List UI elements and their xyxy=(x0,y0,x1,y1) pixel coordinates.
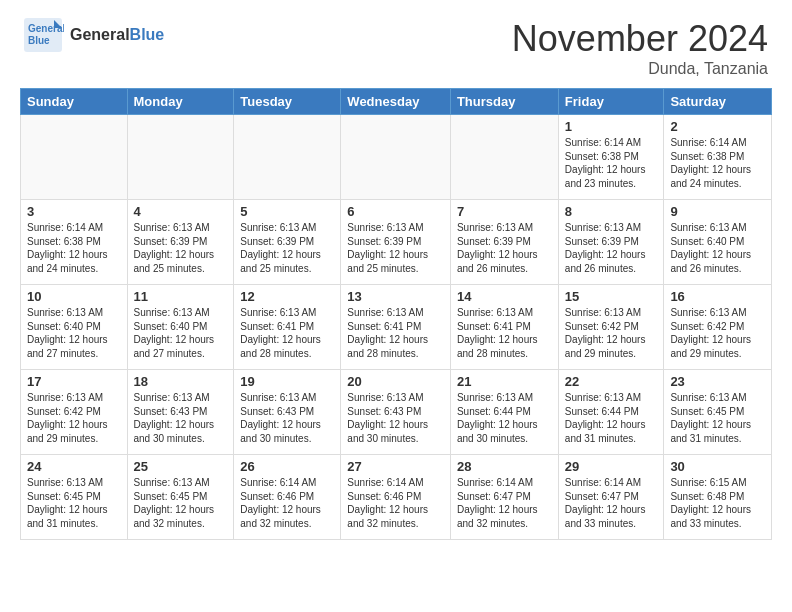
calendar-cell-22: 22Sunrise: 6:13 AMSunset: 6:44 PMDayligh… xyxy=(558,370,664,455)
calendar-cell-19: 19Sunrise: 6:13 AMSunset: 6:43 PMDayligh… xyxy=(234,370,341,455)
calendar-cell-1: 1Sunrise: 6:14 AMSunset: 6:38 PMDaylight… xyxy=(558,115,664,200)
day-info: Sunrise: 6:13 AMSunset: 6:43 PMDaylight:… xyxy=(347,391,444,445)
day-number: 4 xyxy=(134,204,228,219)
calendar-cell-15: 15Sunrise: 6:13 AMSunset: 6:42 PMDayligh… xyxy=(558,285,664,370)
day-info: Sunrise: 6:13 AMSunset: 6:39 PMDaylight:… xyxy=(240,221,334,275)
day-info: Sunrise: 6:13 AMSunset: 6:40 PMDaylight:… xyxy=(27,306,121,360)
day-number: 2 xyxy=(670,119,765,134)
calendar-cell-25: 25Sunrise: 6:13 AMSunset: 6:45 PMDayligh… xyxy=(127,455,234,540)
day-info: Sunrise: 6:13 AMSunset: 6:39 PMDaylight:… xyxy=(134,221,228,275)
calendar-cell-2: 2Sunrise: 6:14 AMSunset: 6:38 PMDaylight… xyxy=(664,115,772,200)
day-info: Sunrise: 6:14 AMSunset: 6:38 PMDaylight:… xyxy=(27,221,121,275)
day-info: Sunrise: 6:13 AMSunset: 6:44 PMDaylight:… xyxy=(457,391,552,445)
day-number: 18 xyxy=(134,374,228,389)
day-info: Sunrise: 6:14 AMSunset: 6:47 PMDaylight:… xyxy=(565,476,658,530)
day-number: 19 xyxy=(240,374,334,389)
calendar-cell-28: 28Sunrise: 6:14 AMSunset: 6:47 PMDayligh… xyxy=(450,455,558,540)
day-number: 24 xyxy=(27,459,121,474)
calendar-week-3: 17Sunrise: 6:13 AMSunset: 6:42 PMDayligh… xyxy=(21,370,772,455)
day-info: Sunrise: 6:13 AMSunset: 6:39 PMDaylight:… xyxy=(347,221,444,275)
day-number: 28 xyxy=(457,459,552,474)
day-info: Sunrise: 6:13 AMSunset: 6:40 PMDaylight:… xyxy=(134,306,228,360)
day-number: 14 xyxy=(457,289,552,304)
calendar-cell-9: 9Sunrise: 6:13 AMSunset: 6:40 PMDaylight… xyxy=(664,200,772,285)
logo-blue: Blue xyxy=(130,26,165,44)
header: General Blue General Blue November 2024 … xyxy=(0,0,792,88)
day-number: 22 xyxy=(565,374,658,389)
day-number: 29 xyxy=(565,459,658,474)
calendar-cell-5: 5Sunrise: 6:13 AMSunset: 6:39 PMDaylight… xyxy=(234,200,341,285)
day-info: Sunrise: 6:14 AMSunset: 6:46 PMDaylight:… xyxy=(347,476,444,530)
calendar-cell-23: 23Sunrise: 6:13 AMSunset: 6:45 PMDayligh… xyxy=(664,370,772,455)
day-header-thursday: Thursday xyxy=(450,89,558,115)
day-info: Sunrise: 6:13 AMSunset: 6:43 PMDaylight:… xyxy=(134,391,228,445)
day-header-wednesday: Wednesday xyxy=(341,89,451,115)
calendar-cell-26: 26Sunrise: 6:14 AMSunset: 6:46 PMDayligh… xyxy=(234,455,341,540)
day-info: Sunrise: 6:15 AMSunset: 6:48 PMDaylight:… xyxy=(670,476,765,530)
month-title: November 2024 xyxy=(512,18,768,60)
calendar-cell-11: 11Sunrise: 6:13 AMSunset: 6:40 PMDayligh… xyxy=(127,285,234,370)
calendar-cell-30: 30Sunrise: 6:15 AMSunset: 6:48 PMDayligh… xyxy=(664,455,772,540)
logo-general: General xyxy=(70,26,130,44)
calendar-cell-14: 14Sunrise: 6:13 AMSunset: 6:41 PMDayligh… xyxy=(450,285,558,370)
day-info: Sunrise: 6:13 AMSunset: 6:41 PMDaylight:… xyxy=(240,306,334,360)
day-number: 20 xyxy=(347,374,444,389)
day-header-tuesday: Tuesday xyxy=(234,89,341,115)
calendar-cell-empty xyxy=(127,115,234,200)
logo: General Blue General Blue xyxy=(24,18,164,52)
day-info: Sunrise: 6:14 AMSunset: 6:47 PMDaylight:… xyxy=(457,476,552,530)
day-number: 11 xyxy=(134,289,228,304)
calendar-cell-18: 18Sunrise: 6:13 AMSunset: 6:43 PMDayligh… xyxy=(127,370,234,455)
calendar-cell-10: 10Sunrise: 6:13 AMSunset: 6:40 PMDayligh… xyxy=(21,285,128,370)
calendar-cell-13: 13Sunrise: 6:13 AMSunset: 6:41 PMDayligh… xyxy=(341,285,451,370)
calendar-cell-21: 21Sunrise: 6:13 AMSunset: 6:44 PMDayligh… xyxy=(450,370,558,455)
logo-icon: General Blue xyxy=(24,18,64,52)
day-number: 5 xyxy=(240,204,334,219)
day-number: 10 xyxy=(27,289,121,304)
day-info: Sunrise: 6:13 AMSunset: 6:39 PMDaylight:… xyxy=(565,221,658,275)
day-info: Sunrise: 6:13 AMSunset: 6:44 PMDaylight:… xyxy=(565,391,658,445)
day-info: Sunrise: 6:13 AMSunset: 6:40 PMDaylight:… xyxy=(670,221,765,275)
day-number: 16 xyxy=(670,289,765,304)
day-number: 30 xyxy=(670,459,765,474)
day-header-monday: Monday xyxy=(127,89,234,115)
calendar-cell-12: 12Sunrise: 6:13 AMSunset: 6:41 PMDayligh… xyxy=(234,285,341,370)
day-number: 13 xyxy=(347,289,444,304)
calendar-cell-empty xyxy=(341,115,451,200)
day-info: Sunrise: 6:13 AMSunset: 6:41 PMDaylight:… xyxy=(347,306,444,360)
calendar-table: SundayMondayTuesdayWednesdayThursdayFrid… xyxy=(20,88,772,540)
location: Dunda, Tanzania xyxy=(512,60,768,78)
calendar-cell-empty xyxy=(21,115,128,200)
calendar-week-4: 24Sunrise: 6:13 AMSunset: 6:45 PMDayligh… xyxy=(21,455,772,540)
day-header-sunday: Sunday xyxy=(21,89,128,115)
calendar-week-0: 1Sunrise: 6:14 AMSunset: 6:38 PMDaylight… xyxy=(21,115,772,200)
calendar-cell-empty xyxy=(450,115,558,200)
calendar-cell-3: 3Sunrise: 6:14 AMSunset: 6:38 PMDaylight… xyxy=(21,200,128,285)
day-number: 25 xyxy=(134,459,228,474)
calendar-cell-4: 4Sunrise: 6:13 AMSunset: 6:39 PMDaylight… xyxy=(127,200,234,285)
day-number: 26 xyxy=(240,459,334,474)
day-info: Sunrise: 6:13 AMSunset: 6:43 PMDaylight:… xyxy=(240,391,334,445)
day-info: Sunrise: 6:13 AMSunset: 6:42 PMDaylight:… xyxy=(27,391,121,445)
day-number: 1 xyxy=(565,119,658,134)
calendar-wrapper: SundayMondayTuesdayWednesdayThursdayFrid… xyxy=(0,88,792,540)
svg-text:Blue: Blue xyxy=(28,35,50,46)
day-info: Sunrise: 6:13 AMSunset: 6:42 PMDaylight:… xyxy=(565,306,658,360)
day-number: 6 xyxy=(347,204,444,219)
calendar-cell-24: 24Sunrise: 6:13 AMSunset: 6:45 PMDayligh… xyxy=(21,455,128,540)
day-number: 17 xyxy=(27,374,121,389)
day-number: 27 xyxy=(347,459,444,474)
calendar-cell-27: 27Sunrise: 6:14 AMSunset: 6:46 PMDayligh… xyxy=(341,455,451,540)
calendar-cell-20: 20Sunrise: 6:13 AMSunset: 6:43 PMDayligh… xyxy=(341,370,451,455)
calendar-week-2: 10Sunrise: 6:13 AMSunset: 6:40 PMDayligh… xyxy=(21,285,772,370)
day-info: Sunrise: 6:13 AMSunset: 6:42 PMDaylight:… xyxy=(670,306,765,360)
calendar-header-row: SundayMondayTuesdayWednesdayThursdayFrid… xyxy=(21,89,772,115)
day-number: 3 xyxy=(27,204,121,219)
day-number: 21 xyxy=(457,374,552,389)
calendar-cell-empty xyxy=(234,115,341,200)
calendar-cell-17: 17Sunrise: 6:13 AMSunset: 6:42 PMDayligh… xyxy=(21,370,128,455)
calendar-cell-6: 6Sunrise: 6:13 AMSunset: 6:39 PMDaylight… xyxy=(341,200,451,285)
day-info: Sunrise: 6:13 AMSunset: 6:41 PMDaylight:… xyxy=(457,306,552,360)
calendar-week-1: 3Sunrise: 6:14 AMSunset: 6:38 PMDaylight… xyxy=(21,200,772,285)
day-info: Sunrise: 6:13 AMSunset: 6:45 PMDaylight:… xyxy=(670,391,765,445)
